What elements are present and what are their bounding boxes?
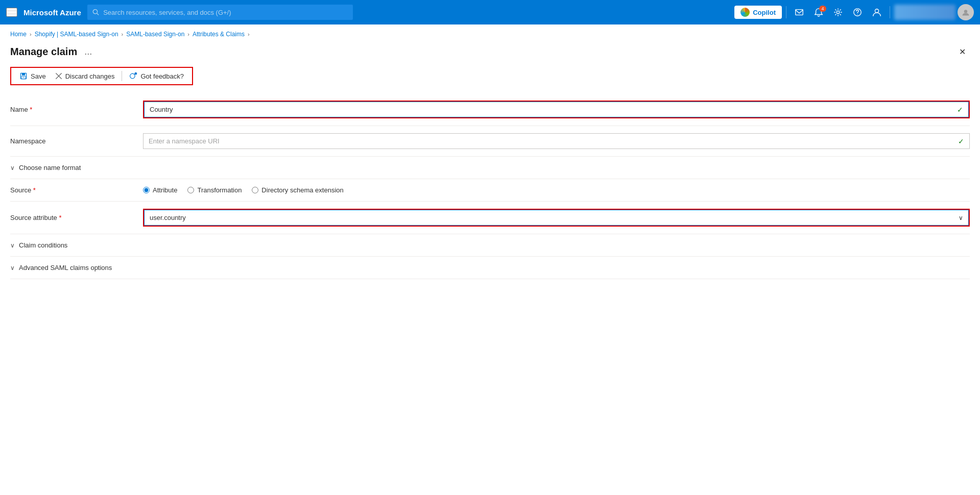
avatar[interactable] — [958, 4, 974, 20]
copilot-icon — [740, 8, 750, 17]
source-directory-radio[interactable] — [252, 187, 258, 193]
copilot-button[interactable]: Copilot — [734, 6, 782, 19]
namespace-input[interactable] — [144, 134, 953, 148]
source-attribute-field: user.country ∨ — [143, 209, 970, 227]
copilot-label: Copilot — [753, 9, 776, 16]
svg-rect-9 — [22, 73, 25, 75]
notifications-button[interactable] — [791, 5, 808, 20]
name-input[interactable] — [145, 102, 952, 117]
source-required: * — [33, 186, 36, 194]
namespace-row: Namespace ✓ — [10, 126, 970, 157]
hamburger-menu-button[interactable] — [6, 8, 17, 17]
discard-icon — [55, 72, 62, 80]
name-input-inner: ✓ — [144, 102, 969, 117]
source-attribute-radio[interactable] — [143, 187, 150, 193]
page-title: Manage claim — [10, 46, 77, 58]
source-attribute-label: Source attribute * — [10, 214, 143, 221]
nav-right-controls: Copilot 4 — [734, 4, 974, 20]
breadcrumb-saml-sign-on[interactable]: SAML-based Sign-on — [126, 31, 184, 38]
name-input-container: ✓ — [143, 101, 970, 118]
breadcrumb-sep-1: › — [30, 31, 32, 37]
top-navigation: Microsoft Azure Copilot 4 — [0, 0, 980, 24]
search-icon — [92, 9, 99, 16]
advanced-saml-row[interactable]: ∨ Advanced SAML claims options — [10, 257, 970, 279]
source-transformation-label: Transformation — [197, 186, 242, 194]
source-transformation-option[interactable]: Transformation — [187, 186, 242, 194]
breadcrumb-shopify[interactable]: Shopify | SAML-based Sign-on — [35, 31, 118, 38]
claim-conditions-label: Claim conditions — [19, 241, 67, 249]
nav-separator-1 — [786, 6, 786, 18]
notification-badge: 4 — [819, 6, 826, 12]
page-content: Manage claim ... ✕ Save Discard changes — [0, 41, 980, 279]
name-format-label: Choose name format — [19, 164, 81, 171]
source-row: Source * Attribute Transformation Direct… — [10, 179, 970, 202]
svg-point-5 — [857, 14, 857, 14]
account-display[interactable] — [894, 5, 955, 20]
user-settings-button[interactable] — [868, 5, 886, 20]
namespace-field: ✓ — [143, 133, 970, 149]
namespace-input-container: ✓ — [143, 133, 970, 149]
svg-line-1 — [97, 13, 99, 15]
source-options: Attribute Transformation Directory schem… — [143, 186, 970, 194]
name-row: Name * ✓ — [10, 93, 970, 126]
source-attribute-select-inner: user.country ∨ — [144, 210, 969, 226]
source-attribute-select[interactable]: user.country — [145, 210, 953, 225]
advanced-saml-label: Advanced SAML claims options — [19, 264, 112, 271]
feedback-label: Got feedback? — [140, 72, 184, 80]
claim-conditions-row[interactable]: ∨ Claim conditions — [10, 234, 970, 257]
save-icon — [19, 72, 28, 80]
name-check-icon: ✓ — [952, 106, 968, 114]
breadcrumb-sep-2: › — [122, 31, 124, 37]
choose-name-format-row[interactable]: ∨ Choose name format — [10, 157, 970, 179]
breadcrumb-attributes[interactable]: Attributes & Claims — [193, 31, 245, 38]
toolbar-separator — [122, 71, 122, 81]
source-attribute-option[interactable]: Attribute — [143, 186, 177, 194]
page-title-row: Manage claim ... ✕ — [10, 41, 970, 67]
source-directory-option[interactable]: Directory schema extension — [252, 186, 343, 194]
discard-label: Discard changes — [65, 72, 115, 80]
search-bar[interactable] — [87, 5, 353, 20]
source-attribute-required: * — [59, 214, 61, 221]
name-field: ✓ — [143, 101, 970, 118]
breadcrumb-sep-3: › — [187, 31, 189, 37]
namespace-check-icon: ✓ — [953, 137, 969, 145]
person-icon — [872, 8, 881, 17]
svg-point-3 — [836, 11, 839, 13]
question-icon — [853, 8, 862, 17]
azure-logo: Microsoft Azure — [23, 8, 81, 17]
discard-button[interactable]: Discard changes — [51, 70, 119, 82]
name-required: * — [30, 106, 32, 113]
save-button[interactable]: Save — [15, 70, 50, 82]
svg-point-15 — [135, 72, 137, 75]
nav-separator-2 — [890, 6, 890, 18]
email-icon — [795, 8, 804, 17]
feedback-button[interactable]: Got feedback? — [125, 70, 188, 82]
source-attribute-row: Source attribute * user.country ∨ — [10, 202, 970, 234]
toolbar: Save Discard changes Got feedback? — [10, 67, 193, 85]
source-attribute-label: Attribute — [153, 186, 177, 194]
breadcrumb: Home › Shopify | SAML-based Sign-on › SA… — [0, 24, 980, 41]
search-input[interactable] — [103, 9, 348, 16]
select-chevron-icon: ∨ — [953, 214, 968, 221]
name-format-chevron: ∨ — [10, 164, 15, 171]
claim-conditions-chevron: ∨ — [10, 242, 15, 249]
settings-button[interactable] — [829, 5, 847, 20]
breadcrumb-sep-4: › — [248, 31, 250, 37]
help-button[interactable] — [849, 5, 866, 20]
close-button[interactable]: ✕ — [955, 45, 970, 59]
breadcrumb-home[interactable]: Home — [10, 31, 27, 38]
name-label: Name * — [10, 106, 143, 113]
feedback-icon — [129, 72, 137, 80]
more-options-button[interactable]: ... — [81, 45, 95, 58]
svg-point-7 — [964, 10, 967, 13]
svg-point-6 — [875, 9, 878, 13]
source-attribute-select-container: user.country ∨ — [143, 209, 970, 227]
gear-icon — [833, 8, 843, 17]
svg-rect-2 — [796, 10, 803, 15]
save-label: Save — [31, 72, 46, 80]
source-label: Source * — [10, 186, 143, 194]
bell-button[interactable]: 4 — [810, 5, 827, 20]
source-transformation-radio[interactable] — [187, 187, 194, 193]
source-directory-label: Directory schema extension — [261, 186, 343, 194]
source-radio-group: Attribute Transformation Directory schem… — [143, 186, 970, 194]
